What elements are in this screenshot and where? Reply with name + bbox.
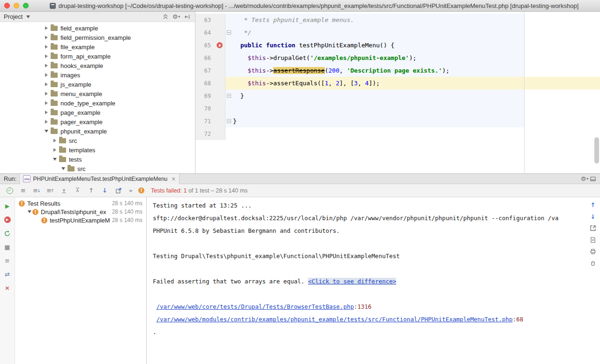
line-number-gutter[interactable]: 71 <box>195 115 225 127</box>
line-number-gutter[interactable]: 63 <box>195 14 225 26</box>
print-icon[interactable] <box>589 248 597 255</box>
test-history-icon[interactable]: ≡ <box>3 256 12 265</box>
project-item-src[interactable]: src <box>0 136 195 145</box>
collapse-arrow-icon[interactable] <box>43 130 49 133</box>
settings-icon[interactable]: ⚙▾ <box>580 175 589 183</box>
test-tree-row[interactable]: !Test Results28 s 140 ms <box>15 199 146 208</box>
expand-arrow-icon[interactable] <box>43 45 49 49</box>
expand-arrow-icon[interactable] <box>43 82 49 86</box>
project-item-images[interactable]: images <box>0 70 195 80</box>
line-number-gutter[interactable]: 68 <box>195 77 225 89</box>
expand-arrow-icon[interactable] <box>43 120 49 124</box>
restore-layout-icon[interactable]: ⇄ <box>3 270 12 278</box>
expand-arrow-icon[interactable] <box>43 92 49 96</box>
console-link[interactable]: /var/www/web/modules/contrib/examples/ph… <box>157 316 513 323</box>
console-link[interactable]: <Click to see difference> <box>308 278 396 285</box>
minimize-panel-icon[interactable] <box>589 175 597 183</box>
hide-panel-icon[interactable] <box>183 13 191 21</box>
fold-marker-icon[interactable] <box>227 119 231 123</box>
fold-marker-icon[interactable] <box>227 30 231 35</box>
expand-arrow-icon[interactable] <box>43 101 49 105</box>
fold-marker-icon[interactable] <box>227 94 231 98</box>
project-item-js_example[interactable]: js_example <box>0 80 195 89</box>
editor[interactable]: 63 * Tests phpunit_example menus.64 */65… <box>195 12 600 173</box>
rerun-failed-test-gutter-icon[interactable] <box>217 42 223 48</box>
collapse-all-icon[interactable] <box>161 13 170 21</box>
collapse-arrow-icon[interactable] <box>52 158 58 161</box>
expand-arrow-icon[interactable] <box>43 26 49 30</box>
expand-arrow-icon[interactable] <box>52 139 58 142</box>
project-item-src[interactable]: src <box>0 164 195 173</box>
stop-icon[interactable]: ■ <box>3 243 12 251</box>
test-tree-row[interactable]: !testPhpUnitExampleM28 s 140 ms <box>15 216 146 224</box>
project-item-phpunit_example[interactable]: phpunit_example <box>0 126 195 136</box>
test-tree-row[interactable]: !Drupal\Tests\phpunit_ex28 s 140 ms <box>15 208 146 216</box>
project-item-tests[interactable]: tests <box>0 155 195 164</box>
line-number-gutter[interactable]: 69 <box>195 89 225 102</box>
project-item-page_example[interactable]: page_example <box>0 108 195 117</box>
project-item-file_example[interactable]: file_example <box>0 42 195 52</box>
code-text[interactable] <box>225 127 600 140</box>
line-number-gutter[interactable]: 70 <box>195 102 225 115</box>
close-window-button[interactable] <box>4 3 10 8</box>
collapse-arrow-icon[interactable] <box>26 210 32 213</box>
close-icon[interactable]: × <box>3 283 12 292</box>
editor-scrollbar[interactable] <box>594 137 599 163</box>
project-item-templates[interactable]: templates <box>0 145 195 155</box>
clear-console-icon[interactable] <box>589 260 597 267</box>
toggle-auto-test-icon[interactable] <box>3 229 12 238</box>
minimize-window-button[interactable] <box>14 3 19 8</box>
zoom-window-button[interactable] <box>23 3 29 8</box>
rerun-failed-tests-icon[interactable]: ▶ <box>3 215 12 224</box>
code-text[interactable] <box>225 102 600 115</box>
next-occurrence-icon[interactable]: ↓ <box>589 213 597 220</box>
import-test-results-icon[interactable] <box>589 236 597 244</box>
code-text[interactable]: } <box>225 115 600 127</box>
line-number-gutter[interactable]: 66 <box>195 52 225 64</box>
project-item-hooks_example[interactable]: hooks_example <box>0 61 195 70</box>
project-item-field_example[interactable]: field_example <box>0 23 195 33</box>
expand-arrow-icon[interactable] <box>52 148 58 152</box>
show-ignored-icon[interactable]: ≡ <box>19 186 27 194</box>
code-text[interactable]: * Tests phpunit_example menus. <box>225 14 600 26</box>
expand-arrow-icon[interactable] <box>43 111 49 114</box>
project-dropdown-icon[interactable] <box>25 15 31 18</box>
export-test-results-icon[interactable] <box>589 224 597 232</box>
line-number-gutter[interactable]: 65 <box>195 39 225 52</box>
project-item-menu_example[interactable]: menu_example <box>0 89 195 98</box>
hide-passed-icon[interactable]: ✓ <box>6 186 14 194</box>
close-tab-icon[interactable]: × <box>171 176 176 182</box>
project-item-form_api_example[interactable]: form_api_example <box>0 52 195 61</box>
line-number-gutter[interactable]: 64 <box>195 26 225 39</box>
console[interactable]: Testing started at 13:25 ...sftp://docke… <box>147 197 600 364</box>
sort-by-duration-icon[interactable]: ≡↑ <box>46 186 54 194</box>
expand-arrow-icon[interactable] <box>43 54 49 58</box>
collapse-all-icon[interactable]: ∧ <box>74 186 82 194</box>
previous-occurrence-icon[interactable]: ↑ <box>589 201 597 208</box>
code-text[interactable]: $this->drupalGet('/examples/phpunit-exam… <box>225 52 600 64</box>
code-text[interactable]: $this->assertEquals([1, 2], [3, 4]); <box>225 77 600 89</box>
project-panel-title[interactable]: Project <box>4 13 22 20</box>
line-number-gutter[interactable]: 67 <box>195 64 225 77</box>
project-item-field_permission_example[interactable]: field_permission_example <box>0 33 195 42</box>
open-results-icon[interactable] <box>114 186 122 194</box>
next-failed-test-icon[interactable]: ↓ <box>101 186 109 194</box>
code-text[interactable]: $this->assertResponse(200, 'Description … <box>225 64 600 77</box>
sort-alphabetically-icon[interactable]: ≡↓ <box>33 186 41 194</box>
collapse-arrow-icon[interactable] <box>60 167 66 170</box>
previous-failed-test-icon[interactable]: ↑ <box>87 186 95 194</box>
line-number-gutter[interactable]: 72 <box>195 127 225 140</box>
overflow-icon[interactable]: » <box>129 187 133 194</box>
expand-all-icon[interactable]: ∨ <box>60 186 68 194</box>
project-item-node_type_example[interactable]: node_type_example <box>0 98 195 108</box>
console-link[interactable]: /var/www/web/core/tests/Drupal/Tests/Bro… <box>157 303 354 310</box>
code-text[interactable]: public function testPhpUnitExampleMenu()… <box>225 39 600 52</box>
expand-arrow-icon[interactable] <box>43 73 49 77</box>
expand-arrow-icon[interactable] <box>43 64 49 67</box>
code-text[interactable]: } <box>225 89 600 102</box>
project-item-pager_example[interactable]: pager_example <box>0 117 195 126</box>
expand-arrow-icon[interactable] <box>43 36 49 39</box>
run-tab[interactable]: php PHPUnitExampleMenuTest.testPhpUnitEx… <box>19 174 180 184</box>
settings-icon[interactable]: ⚙▾ <box>172 13 180 21</box>
code-text[interactable]: */ <box>225 26 600 39</box>
